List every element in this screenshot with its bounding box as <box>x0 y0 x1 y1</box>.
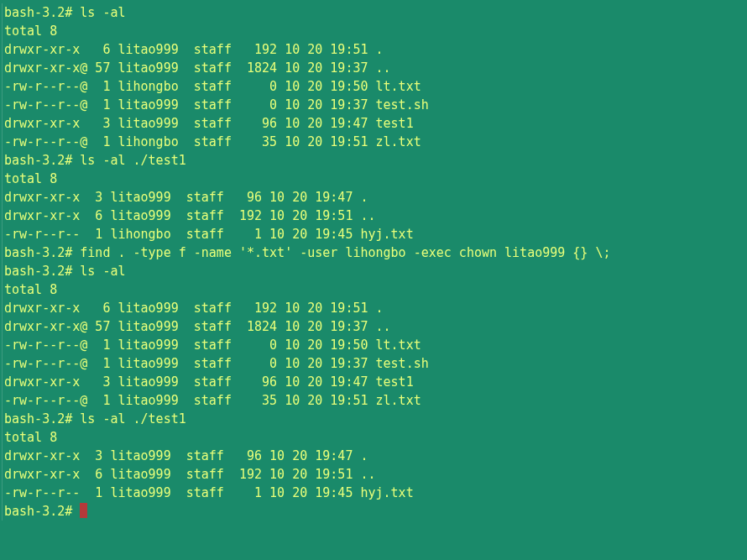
output-line: total 8 <box>4 428 745 447</box>
file-row: drwxr-xr-x 3 litao999 staff 96 10 20 19:… <box>4 373 745 391</box>
terminal-window[interactable]: bash-3.2# ls -al total 8 drwxr-xr-x 6 li… <box>2 3 745 521</box>
file-row: drwxr-xr-x@ 57 litao999 staff 1824 10 20… <box>4 59 745 77</box>
output-line: total 8 <box>4 280 745 299</box>
file-row: drwxr-xr-x 6 litao999 staff 192 10 20 19… <box>4 465 745 484</box>
prompt-line: bash-3.2# ls -al <box>4 3 745 22</box>
prompt-line: bash-3.2# ls -al ./test1 <box>4 410 745 428</box>
prompt-line: bash-3.2# ls -al <box>4 262 745 280</box>
output-line: total 8 <box>4 170 745 188</box>
file-row: -rw-r--r--@ 1 lihongbo staff 0 10 20 19:… <box>4 77 745 96</box>
file-row: -rw-r--r--@ 1 lihongbo staff 35 10 20 19… <box>4 133 745 151</box>
file-row: drwxr-xr-x 6 litao999 staff 192 10 20 19… <box>4 207 745 225</box>
file-row: drwxr-xr-x 6 litao999 staff 192 10 20 19… <box>4 40 745 59</box>
file-row: drwxr-xr-x 3 litao999 staff 96 10 20 19:… <box>4 447 745 465</box>
command-text: find . -type f -name '*.txt' -user lihon… <box>80 245 610 260</box>
prompt-line[interactable]: bash-3.2# <box>4 502 745 521</box>
command-text: ls -al <box>80 5 125 20</box>
shell-prompt: bash-3.2# <box>4 5 80 20</box>
file-row: -rw-r--r--@ 1 litao999 staff 35 10 20 19… <box>4 391 745 410</box>
prompt-line: bash-3.2# ls -al ./test1 <box>4 151 745 170</box>
command-text: ls -al ./test1 <box>80 153 185 168</box>
shell-prompt: bash-3.2# <box>4 411 80 427</box>
shell-prompt: bash-3.2# <box>4 264 80 279</box>
file-row: -rw-r--r--@ 1 litao999 staff 0 10 20 19:… <box>4 354 745 373</box>
shell-prompt: bash-3.2# <box>4 504 80 519</box>
file-row: drwxr-xr-x@ 57 litao999 staff 1824 10 20… <box>4 317 745 336</box>
file-row: drwxr-xr-x 6 litao999 staff 192 10 20 19… <box>4 299 745 317</box>
cursor-icon <box>80 503 87 518</box>
command-text: ls -al ./test1 <box>80 411 185 427</box>
file-row: -rw-r--r--@ 1 litao999 staff 0 10 20 19:… <box>4 96 745 114</box>
file-row: drwxr-xr-x 3 litao999 staff 96 10 20 19:… <box>4 114 745 133</box>
output-line: total 8 <box>4 22 745 40</box>
file-row: drwxr-xr-x 3 litao999 staff 96 10 20 19:… <box>4 188 745 207</box>
file-row: -rw-r--r-- 1 litao999 staff 1 10 20 19:4… <box>4 484 745 502</box>
shell-prompt: bash-3.2# <box>4 245 80 260</box>
prompt-line: bash-3.2# find . -type f -name '*.txt' -… <box>4 243 745 262</box>
file-row: -rw-r--r-- 1 lihongbo staff 1 10 20 19:4… <box>4 225 745 243</box>
file-row: -rw-r--r--@ 1 litao999 staff 0 10 20 19:… <box>4 336 745 354</box>
command-text: ls -al <box>80 264 125 279</box>
shell-prompt: bash-3.2# <box>4 153 80 168</box>
